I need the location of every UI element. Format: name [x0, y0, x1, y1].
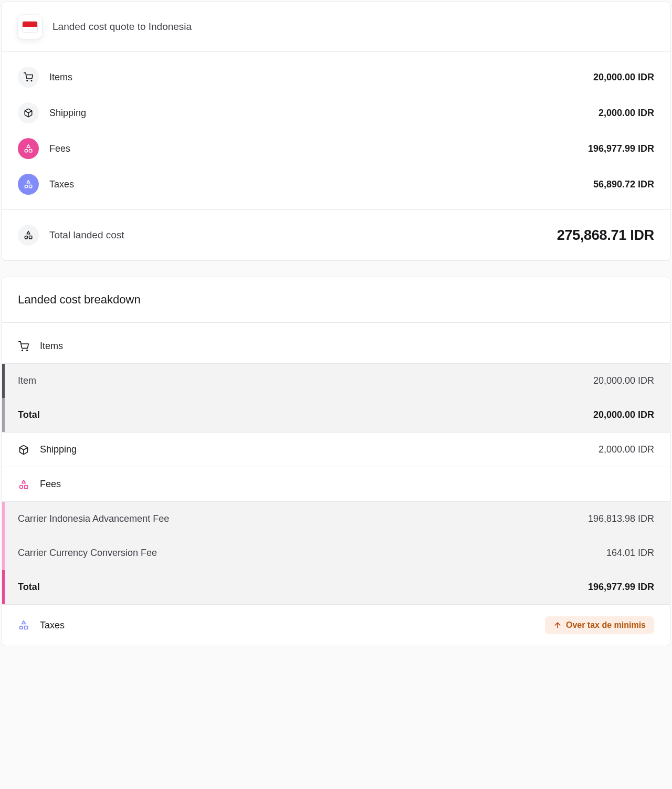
breakdown-shipping-value: 2,000.00 IDR — [598, 444, 654, 455]
row-fees: Fees 196,977.99 IDR — [2, 131, 670, 166]
fees-total-label: Total — [18, 582, 578, 593]
table-row: Carrier Indonesia Advancement Fee 196,81… — [2, 502, 670, 536]
table-row: Item 20,000.00 IDR — [2, 364, 670, 398]
total-label: Total landed cost — [49, 229, 547, 241]
fee-curr-label: Carrier Currency Conversion Fee — [18, 548, 596, 559]
svg-point-3 — [25, 150, 27, 152]
svg-rect-6 — [29, 185, 32, 188]
taxes-label: Taxes — [49, 179, 583, 190]
svg-rect-13 — [25, 485, 28, 488]
breakdown-fees-sub: Carrier Indonesia Advancement Fee 196,81… — [2, 502, 670, 605]
svg-point-10 — [27, 350, 28, 351]
shipping-value: 2,000.00 IDR — [598, 108, 654, 119]
row-shipping: Shipping 2,000.00 IDR — [2, 95, 670, 131]
row-total: Total landed cost 275,868.71 IDR — [2, 210, 670, 260]
country-flag-indonesia — [18, 15, 42, 39]
items-value: 20,000.00 IDR — [593, 72, 654, 83]
fees-label: Fees — [49, 143, 578, 154]
cart-icon — [18, 67, 39, 88]
svg-point-1 — [31, 80, 32, 81]
svg-point-14 — [20, 626, 23, 629]
breakdown-items-header: Items — [2, 323, 670, 364]
fees-value: 196,977.99 IDR — [588, 143, 654, 154]
breakdown-card: Landed cost breakdown Items Item 20,000.… — [2, 277, 670, 646]
breakdown-shipping-label: Shipping — [40, 444, 588, 455]
svg-rect-15 — [25, 626, 28, 629]
row-items: Items 20,000.00 IDR — [2, 59, 670, 95]
breakdown-shipping-header: Shipping 2,000.00 IDR — [2, 433, 670, 467]
box-icon — [18, 445, 29, 455]
item-value: 20,000.00 IDR — [593, 375, 654, 386]
box-icon — [18, 102, 39, 123]
table-row: Total 20,000.00 IDR — [2, 398, 670, 432]
svg-point-5 — [25, 185, 27, 188]
fee-curr-value: 164.01 IDR — [606, 548, 654, 559]
quote-summary-rows: Items 20,000.00 IDR Shipping 2,000.00 ID… — [2, 52, 670, 210]
svg-rect-4 — [29, 150, 32, 152]
breakdown-items-label: Items — [40, 341, 654, 352]
item-label: Item — [18, 375, 583, 386]
breakdown-taxes-label: Taxes — [40, 620, 534, 631]
de-minimis-badge: Over tax de minimis — [545, 616, 654, 634]
items-label: Items — [49, 72, 583, 83]
breakdown-taxes-header: Taxes Over tax de minimis — [2, 605, 670, 646]
svg-point-0 — [27, 80, 28, 81]
breakdown-fees-label: Fees — [40, 479, 654, 490]
cart-icon — [18, 341, 29, 352]
table-row: Carrier Currency Conversion Fee 164.01 I… — [2, 536, 670, 570]
items-total-label: Total — [18, 409, 583, 420]
shapes-icon — [18, 620, 29, 630]
breakdown-items-sub: Item 20,000.00 IDR Total 20,000.00 IDR — [2, 364, 670, 433]
table-row: Total 196,977.99 IDR — [2, 570, 670, 604]
shapes-icon — [18, 225, 39, 246]
quote-title: Landed cost quote to Indonesia — [52, 21, 192, 33]
arrow-up-icon — [553, 621, 562, 629]
breakdown-fees-header: Fees — [2, 467, 670, 502]
svg-point-9 — [22, 350, 23, 351]
shapes-icon — [18, 479, 29, 490]
fees-total-value: 196,977.99 IDR — [588, 582, 654, 593]
shapes-icon — [18, 174, 39, 195]
items-total-value: 20,000.00 IDR — [593, 409, 654, 420]
quote-header: Landed cost quote to Indonesia — [2, 2, 670, 52]
svg-rect-8 — [29, 236, 32, 239]
fee-adv-label: Carrier Indonesia Advancement Fee — [18, 513, 578, 524]
svg-point-12 — [20, 485, 23, 488]
quote-card: Landed cost quote to Indonesia Items 20,… — [2, 2, 670, 261]
taxes-value: 56,890.72 IDR — [593, 179, 654, 190]
row-taxes: Taxes 56,890.72 IDR — [2, 166, 670, 202]
shipping-label: Shipping — [49, 108, 588, 119]
svg-point-7 — [25, 236, 27, 239]
shapes-icon — [18, 138, 39, 159]
badge-text: Over tax de minimis — [566, 620, 646, 630]
total-value: 275,868.71 IDR — [557, 227, 654, 244]
breakdown-title: Landed cost breakdown — [2, 277, 670, 323]
fee-adv-value: 196,813.98 IDR — [588, 513, 654, 524]
